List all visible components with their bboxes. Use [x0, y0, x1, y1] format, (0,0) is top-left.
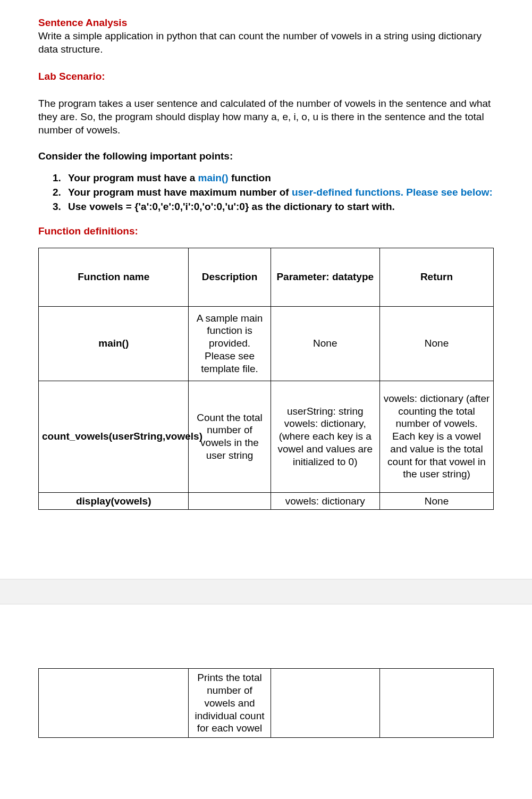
point-1a: Your program must have a: [68, 172, 198, 183]
cell-main-return: None: [379, 306, 493, 381]
cell-display2-desc: Prints the total number of vowels and in…: [189, 669, 271, 738]
cell-display2-return: [379, 669, 493, 738]
cell-display-name: display(vowels): [39, 492, 189, 510]
point-1c: function: [229, 172, 271, 183]
row-main: main() A sample main function is provide…: [39, 306, 494, 381]
lab-scenario-heading: Lab Scenario:: [38, 71, 494, 82]
cell-display-param: vowels: dictionary: [271, 492, 379, 510]
intro-text: Write a simple application in python tha…: [38, 30, 494, 56]
table-header-row: Function name Description Parameter: dat…: [39, 248, 494, 306]
row-display: display(vowels) vowels: dictionary None: [39, 492, 494, 510]
cell-display-desc: [189, 492, 271, 510]
th-return: Return: [379, 248, 493, 306]
points-list: Your program must have a main() function…: [64, 172, 494, 213]
cell-count-name: count_vowels(userString,vowels): [39, 381, 189, 492]
function-definitions-heading: Function definitions:: [38, 225, 494, 237]
scenario-text: The program takes a user sentence and ca…: [38, 97, 494, 137]
cell-display2-param: [271, 669, 379, 738]
th-function-name: Function name: [39, 248, 189, 306]
function-table-continued: Prints the total number of vowels and in…: [38, 668, 494, 738]
page-separator: [0, 579, 532, 604]
point-2: Your program must have maximum number of…: [64, 186, 494, 199]
point-2b: user-defined functions. Please see below…: [292, 187, 493, 198]
th-description: Description: [189, 248, 271, 306]
cell-main-param: None: [271, 306, 379, 381]
point-1: Your program must have a main() function: [64, 172, 494, 185]
cell-main-name: main(): [39, 306, 189, 381]
row-display-continued: Prints the total number of vowels and in…: [39, 669, 494, 738]
point-1b: main(): [198, 172, 229, 183]
cell-main-desc: A sample main function is provided. Plea…: [189, 306, 271, 381]
point-2a: Your program must have maximum number of: [68, 187, 292, 198]
cell-display-return: None: [379, 492, 493, 510]
row-count-vowels: count_vowels(userString,vowels) Count th…: [39, 381, 494, 492]
cell-count-return: vowels: dictionary (after counting the t…: [379, 381, 493, 492]
cell-count-desc: Count the total number of vowels in the …: [189, 381, 271, 492]
point-3: Use vowels = {'a':0,'e':0,'i':0,'o':0,'u…: [64, 200, 494, 214]
consider-heading: Consider the following important points:: [38, 150, 494, 162]
cell-display2-name: [39, 669, 189, 738]
title-heading: Sentence Analysis: [38, 17, 494, 29]
function-table: Function name Description Parameter: dat…: [38, 248, 494, 510]
th-parameter: Parameter: datatype: [271, 248, 379, 306]
cell-count-param: userString: string vowels: dictionary, (…: [271, 381, 379, 492]
